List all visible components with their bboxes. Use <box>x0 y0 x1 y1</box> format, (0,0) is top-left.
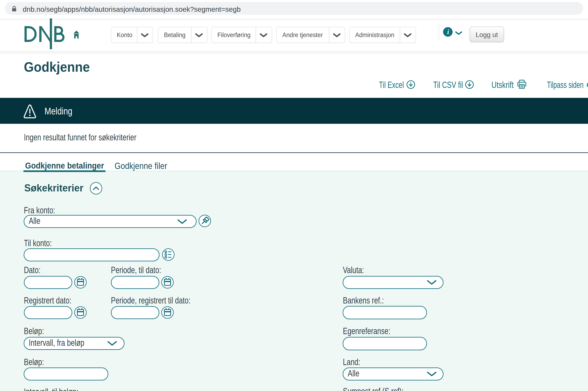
svg-text:i: i <box>447 28 449 36</box>
